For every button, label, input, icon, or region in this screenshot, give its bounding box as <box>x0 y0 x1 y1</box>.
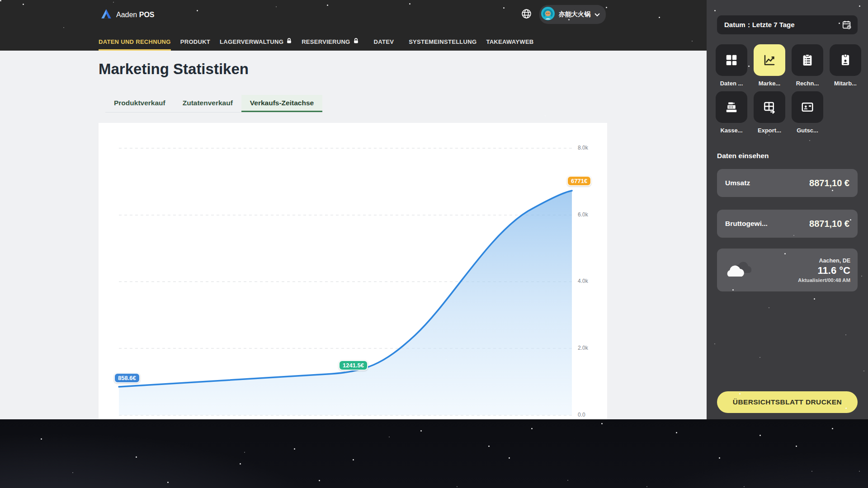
app-window: Aaden POS <box>0 0 868 488</box>
nav-item-produkt[interactable]: PRODUKT <box>180 38 210 51</box>
top-header: Aaden POS <box>0 0 707 51</box>
tab-verkaufs-zeitachse[interactable]: Verkaufs-Zeitachse <box>241 95 322 112</box>
date-range-picker[interactable]: Datum：Letzte 7 Tage <box>717 15 858 34</box>
nav-item-takeawayweb[interactable]: TAKEAWAYWEB <box>486 38 533 51</box>
module-tile-grid: Daten ... Marke... <box>716 44 861 134</box>
tab-produktverkauf[interactable]: Produktverkauf <box>105 95 174 112</box>
brand[interactable]: Aaden POS <box>100 8 155 22</box>
y-tick: 2.0k <box>578 345 588 351</box>
globe-icon[interactable] <box>521 8 532 21</box>
weather-location: Aachen, DE <box>798 258 850 264</box>
clouds-icon <box>723 258 756 283</box>
tile-mitarbeiter[interactable]: Mitarb... <box>830 44 861 87</box>
voucher-card-icon <box>801 100 814 114</box>
nav-item-systemeinstellung[interactable]: SYSTEMEINSTELLUNG <box>409 38 476 51</box>
invoice-clipboard-icon <box>801 53 814 67</box>
weather-updated: Aktualisiert/00:48 AM <box>798 277 850 283</box>
stat-value: 8871,10 € <box>809 219 849 229</box>
data-label-start: 858.6€ <box>114 373 140 383</box>
tile-export[interactable]: Export... <box>754 91 785 134</box>
page-title: Marketing Statistiken <box>99 61 249 78</box>
chevron-down-icon <box>594 10 600 19</box>
y-tick: 8.0k <box>578 145 588 151</box>
aaden-logo-icon <box>100 8 112 22</box>
nav-item-datev[interactable]: DATEV <box>374 38 394 51</box>
stat-label: Umsatz <box>725 179 750 187</box>
calendar-sync-icon <box>842 20 852 30</box>
nav-item-reservierung[interactable]: RESERVIERUNG <box>302 38 359 51</box>
stat-card-bruttogewinn: Bruttogewi... 8871,10 € <box>717 210 858 238</box>
stat-value: 8871,10 € <box>809 178 849 188</box>
weather-card: Aachen, DE 11.6 °C Aktualisiert/00:48 AM <box>717 249 858 291</box>
tile-gutscheine[interactable]: Gutsc... <box>792 91 823 134</box>
avatar <box>541 7 555 22</box>
y-tick: 0.0 <box>578 412 585 418</box>
nav-item-daten-und-rechnung[interactable]: DATEN UND RECHNUNG <box>99 38 171 51</box>
data-label-end: 6771€ <box>567 176 591 186</box>
main-nav: DATEN UND RECHNUNG PRODUKT LAGERVERWALTU… <box>99 38 534 51</box>
tile-daten[interactable]: Daten ... <box>716 44 747 87</box>
tile-marketing[interactable]: Marke... <box>754 44 785 87</box>
print-overview-button[interactable]: ÜBERSICHTSBLATT DRUCKEN <box>717 391 858 413</box>
y-tick: 4.0k <box>578 278 588 284</box>
main-content: Marketing Statistiken Produktverkauf Zut… <box>0 51 707 419</box>
section-title: Daten einsehen <box>717 152 769 160</box>
cash-register-icon <box>725 100 738 114</box>
tab-zutatenverkauf[interactable]: Zutatenverkauf <box>174 95 241 112</box>
export-table-icon <box>763 100 776 114</box>
y-tick: 6.0k <box>578 211 588 218</box>
employee-badge-icon <box>839 53 852 67</box>
lock-icon <box>286 38 292 45</box>
line-chart-icon <box>763 53 776 67</box>
user-name: 亦能大火锅 <box>559 10 590 19</box>
lock-icon <box>353 38 359 45</box>
tab-bar: Produktverkauf Zutatenverkauf Verkaufs-Z… <box>105 95 322 113</box>
header-actions: 亦能大火锅 <box>521 5 606 24</box>
stat-label: Bruttogewi... <box>725 220 768 228</box>
right-sidebar: Datum：Letzte 7 Tage Daten ... <box>707 0 868 419</box>
tile-rechnungen[interactable]: Rechn... <box>792 44 823 87</box>
weather-temperature: 11.6 °C <box>798 265 850 277</box>
brand-name: Aaden POS <box>116 11 155 19</box>
tile-kasse[interactable]: Kasse... <box>716 91 747 134</box>
chart-card: 8.0k 6.0k 4.0k 2.0k 0.0 858.6€ 1241.5€ 6… <box>99 123 607 419</box>
nav-item-lagerverwaltung[interactable]: LAGERVERWALTUNG <box>220 38 292 51</box>
chart-area-fill <box>119 191 572 415</box>
user-menu[interactable]: 亦能大火锅 <box>539 5 606 24</box>
date-range-label: Datum：Letzte 7 Tage <box>724 21 795 29</box>
stat-card-umsatz: Umsatz 8871,10 € <box>717 169 858 197</box>
data-label-middle: 1241.5€ <box>339 360 368 371</box>
dashboard-icon <box>725 53 738 67</box>
sales-timeline-chart <box>99 123 607 419</box>
